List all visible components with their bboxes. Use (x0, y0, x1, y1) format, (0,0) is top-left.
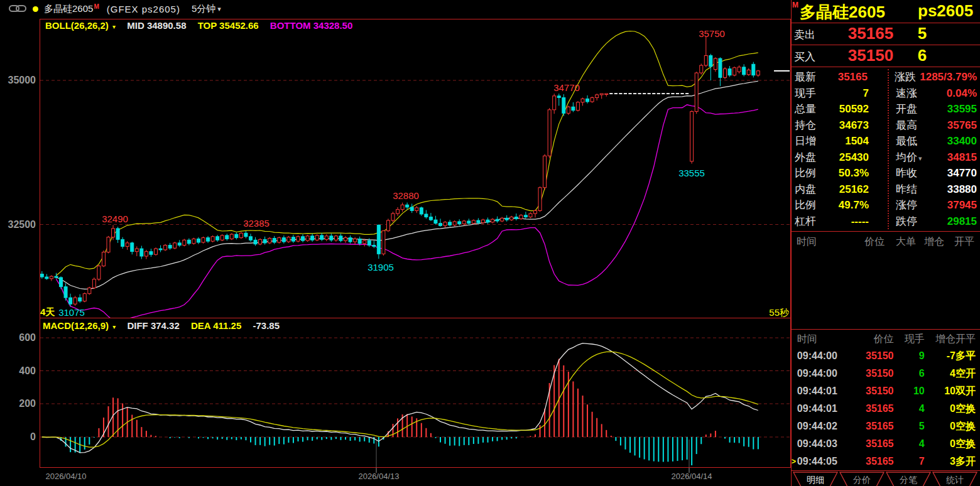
bar-countdown: 55秒 (726, 307, 789, 319)
boll-top-value: TOP 35452.66 (198, 20, 259, 31)
quote-field-label: 最新 (792, 69, 829, 85)
tick-time: 09:44:01 (797, 400, 842, 418)
tick-volume: 4 (894, 400, 925, 418)
ask-price[interactable]: 35165 (833, 24, 908, 43)
quote-field-label: 速涨 (869, 85, 922, 102)
tick-col-header: 时间 (797, 331, 842, 347)
tick-time: 09:44:05 (797, 453, 842, 470)
boll-selector[interactable]: BOLL(26,26,2) (45, 20, 109, 31)
quote-field-label: 涨跌 (868, 69, 920, 85)
x-axis-date: 2026/04/10 (28, 472, 104, 481)
tick-open-close-flag: 空换 (956, 418, 980, 435)
tab-label[interactable]: 统计 (946, 475, 964, 485)
pending-table-header: 时间价位大单增仓开平 (792, 234, 980, 249)
tick-open-close-flag: 空开 (956, 365, 980, 382)
macd-hist-value: -73.85 (253, 320, 280, 331)
macd-selector[interactable]: MACD(12,26,9) (43, 320, 109, 331)
quote-field-value: 25162 (829, 181, 869, 198)
tick-oi-change: 3 (925, 453, 956, 470)
tick-price: 35165 (842, 400, 894, 418)
macd-dea-value: DEA 411.25 (191, 320, 241, 331)
quote-field-value: 33595 (922, 101, 980, 117)
quote-contract-name: 多晶硅2605 (800, 1, 885, 23)
macd-diff-value: DIFF 374.32 (127, 320, 179, 331)
quote-title: M 多晶硅2605 ps2605 (792, 0, 980, 23)
tick-price: 35150 (842, 365, 894, 382)
boll-bottom-value: BOTTOM 34328.50 (270, 20, 352, 31)
quote-field-label: 外盘 (792, 149, 829, 166)
x-axis-date: 2026/04/14 (654, 472, 729, 481)
tick-open-close-flag: 空换 (956, 400, 980, 418)
tick-time: 09:44:01 (797, 382, 842, 400)
selected-row-marker (792, 382, 797, 400)
bid-row[interactable]: 买入 35150 6 (792, 45, 980, 67)
quote-field-label: 昨结 (869, 181, 922, 198)
quote-field-value: 34770 (922, 165, 980, 181)
pending-col-header: 大单 (885, 234, 916, 249)
tick-volume: 4 (894, 435, 925, 453)
tick-table-header: 时间价位现手增仓开平 (792, 331, 980, 347)
tab-label[interactable]: 分价 (853, 475, 871, 485)
bottom-tab-bar: 明细分价分笔统计 (792, 471, 980, 486)
tab-label[interactable]: 分笔 (900, 475, 917, 485)
quote-field-value: 0.04% (922, 85, 980, 102)
quote-field-value: 50.3% (829, 165, 869, 181)
tick-price: 35150 (842, 347, 894, 365)
chevron-down-icon[interactable]: ▾ (112, 323, 116, 330)
tab-label[interactable]: 明细 (807, 475, 824, 485)
tick-row[interactable]: 09:44:023516550空换 (792, 418, 980, 435)
y-axis-tick: 400 (0, 365, 36, 377)
macd-indicator-row: MACD(12,26,9) ▾ DIFF 374.32 DEA 411.25 -… (43, 320, 288, 331)
ask-qty: 5 (910, 24, 935, 43)
quote-field-label: 现手 (792, 85, 829, 102)
pending-col-header: 增仓 (916, 234, 944, 249)
quote-field-label: 内盘 (792, 181, 829, 198)
quote-field-label[interactable]: 均价▾ (869, 149, 922, 166)
quote-field-value: 1504 (829, 133, 869, 149)
tick-row[interactable]: 09:44:013516540空换 (792, 400, 980, 418)
y-axis-tick: 0 (0, 431, 36, 443)
bid-price[interactable]: 35150 (833, 46, 908, 65)
tick-row[interactable]: 09:44:003515064空开 (792, 365, 980, 382)
tick-oi-change: -7 (925, 347, 956, 365)
quote-field-label: 昨收 (869, 165, 922, 181)
quote-field-value: 1285/3.79% (920, 69, 980, 85)
quote-field-label: 持仓 (792, 117, 829, 134)
tick-row[interactable]: 09:44:033516540空换 (792, 435, 980, 453)
quote-field-value: 35165 (829, 69, 868, 85)
quote-field-label: 总量 (792, 101, 829, 117)
tick-volume: 9 (894, 347, 925, 365)
quote-field-value: 34673 (829, 117, 869, 134)
tick-oi-change: 0 (925, 435, 956, 453)
tick-time: 09:44:00 (797, 347, 842, 365)
tick-row[interactable]: >09:44:053516573多开 (792, 453, 980, 470)
tick-price: 35165 (842, 435, 894, 453)
tick-col-header: 现手 (894, 331, 925, 347)
price-label: 33555 (678, 168, 705, 178)
ask-row[interactable]: 卖出 35165 5 (792, 23, 980, 45)
tick-price: 35150 (842, 382, 894, 400)
tick-volume: 7 (894, 453, 925, 470)
tick-time: 09:44:02 (797, 418, 842, 435)
tick-open-close-flag: 多平 (956, 347, 980, 365)
quote-field-value: 7 (829, 85, 869, 102)
quote-grid: 最新35165涨跌1285/3.79%现手7速涨0.04%总量50592开盘33… (792, 67, 980, 232)
tick-row[interactable]: 09:44:01351501010双开 (792, 382, 980, 400)
quote-row: 杠杆-----跌停29815 (792, 213, 980, 230)
price-label: 31905 (368, 262, 394, 273)
quote-field-value: 50592 (829, 101, 869, 117)
chevron-down-icon[interactable]: ▾ (112, 23, 116, 30)
price-label: 34770 (553, 82, 580, 93)
quote-field-value: ----- (829, 213, 869, 230)
tick-col-header: 开平 (956, 331, 980, 347)
tick-time: 09:44:03 (797, 435, 842, 453)
contract-flag: M (792, 1, 798, 9)
tick-price: 35165 (842, 418, 894, 435)
quote-row: 内盘25162昨结33880 (792, 181, 980, 198)
bid-label: 买入 (794, 50, 815, 64)
pending-col-header: 价位 (841, 234, 885, 249)
price-label: 35750 (699, 28, 725, 39)
tick-row[interactable]: 09:44:00351509-7多平 (792, 347, 980, 365)
days-range-button[interactable]: 4天 (40, 306, 55, 318)
quote-row: 日增1504最低33400 (792, 133, 980, 149)
